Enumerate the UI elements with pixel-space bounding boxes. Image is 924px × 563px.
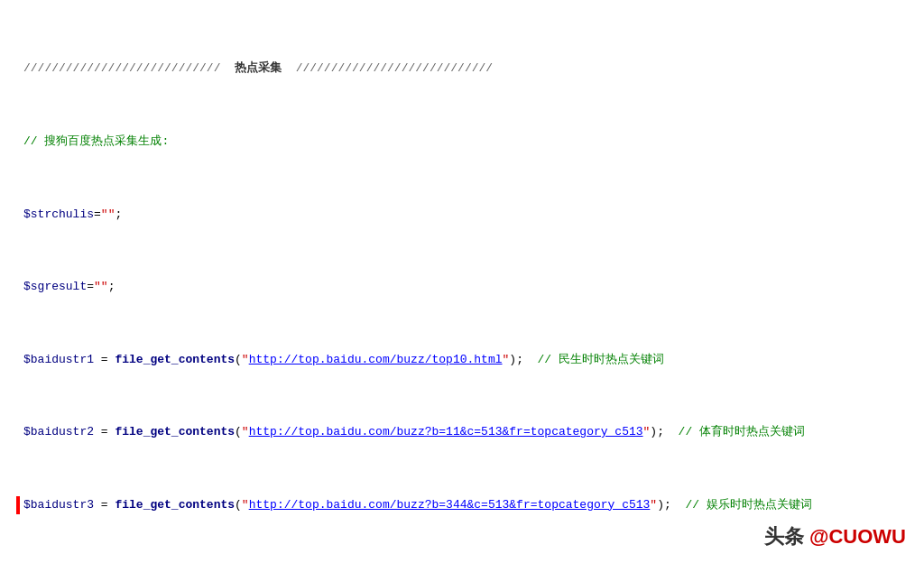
- line-sgresult: $sgresult="";: [16, 278, 915, 296]
- red-marker-1: [16, 496, 20, 514]
- line-baidustr2: $baidustr2 = file_get_contents("http://t…: [16, 423, 915, 441]
- line-baidustr1: $baidustr1 = file_get_contents("http://t…: [16, 351, 915, 369]
- code-container[interactable]: //////////////////////////// 热点采集 //////…: [0, 0, 924, 563]
- watermark-handle: @CUOWU: [809, 525, 906, 548]
- watermark: 头条 @CUOWU: [764, 521, 906, 552]
- line-comment1: // 搜狗百度热点采集生成:: [16, 133, 915, 151]
- line-strchulis: $strchulis="";: [16, 206, 915, 224]
- code-block: //////////////////////////// 热点采集 //////…: [0, 5, 924, 563]
- line-baidustr3: $baidustr3 = file_get_contents("http://t…: [16, 496, 915, 514]
- line-header: //////////////////////////// 热点采集 //////…: [16, 60, 915, 78]
